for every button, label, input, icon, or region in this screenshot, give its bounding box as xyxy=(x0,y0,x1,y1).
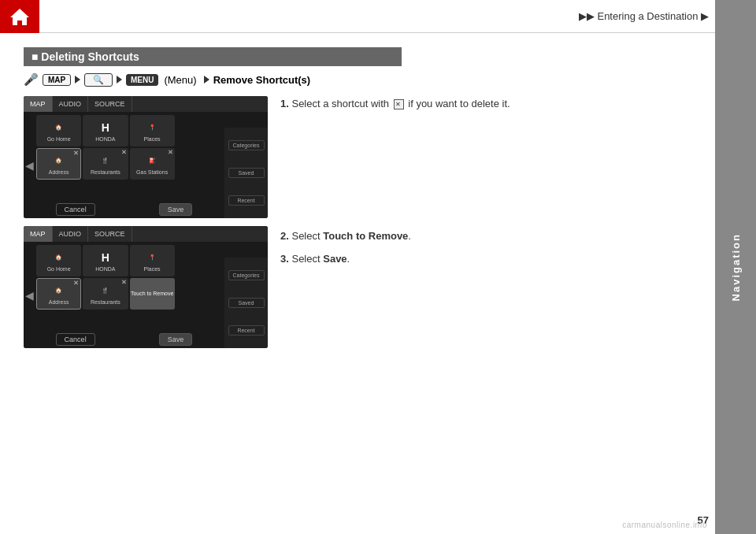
left-arrow-icon: ◀ xyxy=(25,289,34,302)
screen2-item-empty1 xyxy=(176,245,221,276)
screen1-item-restaurants[interactable]: ✕ 🍴 Restaurants xyxy=(83,148,128,180)
home-icon: 🏠 xyxy=(52,121,66,135)
recent-btn[interactable]: Recent xyxy=(228,195,265,206)
cancel-btn-2[interactable]: Cancel xyxy=(56,333,95,346)
step3-end: . xyxy=(347,253,350,265)
step-2: 2. Select Touch to Remove. xyxy=(280,228,691,244)
step2-number: 2. xyxy=(280,230,289,242)
breadcrumb: 🎤 MAP 🔍 MENU (Menu) Remove Shortcut(s) xyxy=(24,72,691,87)
places-icon: 📍 xyxy=(145,250,159,265)
screen2-item-empty2 xyxy=(176,278,221,310)
home-icon: 🏠 xyxy=(52,250,66,265)
step1-text2: if you want to delete it. xyxy=(408,98,510,109)
top-bar: ▶▶ Entering a Destination ▶ xyxy=(0,0,756,33)
step2-text: Select xyxy=(291,230,320,242)
save-btn-2[interactable]: Save xyxy=(159,333,193,346)
delete-x-icon: ✕ xyxy=(73,280,79,287)
step1-text: Select a shortcut with xyxy=(291,98,389,109)
screen2-item-honda[interactable]: H HONDA xyxy=(83,245,128,276)
menu-button[interactable]: MENU xyxy=(126,74,158,86)
left-arrow-icon: ◀ xyxy=(25,159,34,172)
tab-map[interactable]: MAP xyxy=(24,96,53,112)
main-content: Deleting Shortcuts 🎤 MAP 🔍 MENU (Menu) R… xyxy=(0,33,715,534)
sidebar-label: Navigation xyxy=(730,233,742,301)
screen1-item-empty1 xyxy=(176,115,221,146)
menu-label: (Menu) xyxy=(164,74,196,86)
screen2-item-places[interactable]: 📍 Places xyxy=(130,245,175,276)
recent-btn-2[interactable]: Recent xyxy=(228,325,265,336)
screen2-topbar: MAP AUDIO SOURCE xyxy=(24,226,268,242)
honda-icon: H xyxy=(98,250,113,265)
search-button[interactable]: 🔍 xyxy=(84,73,113,87)
watermark: carmanualsonline.info xyxy=(622,521,707,529)
arrow-icon xyxy=(75,76,80,83)
screen2-item-address[interactable]: ✕ 🏠 Address xyxy=(36,278,81,310)
screen1-item-empty2 xyxy=(176,148,221,180)
step3-bold: Save xyxy=(323,253,346,265)
honda-icon: H xyxy=(98,121,113,135)
screen2-right-panel: Categories Saved Recent xyxy=(224,258,268,348)
categories-btn[interactable]: Categories xyxy=(228,140,265,150)
address-icon: 🏠 xyxy=(52,154,66,168)
restaurants-icon: 🍴 xyxy=(98,154,113,168)
screen2-item-restaurants[interactable]: ✕ 🍴 Restaurants xyxy=(83,278,128,310)
delete-x-icon: ✕ xyxy=(121,279,127,286)
screen2-bottom: Cancel Save xyxy=(24,331,224,348)
tab-source[interactable]: SOURCE xyxy=(88,96,132,112)
screen1-item-gohome[interactable]: 🏠 Go Home xyxy=(36,115,81,146)
tab-audio[interactable]: AUDIO xyxy=(53,96,89,112)
action-label: Remove Shortcut(s) xyxy=(213,74,311,86)
screen1-item-gasstations[interactable]: ✕ ⛽ Gas Stations xyxy=(130,148,175,180)
gas-icon: ⛽ xyxy=(145,154,159,168)
checkbox-icon xyxy=(394,99,404,109)
screen1-topbar: MAP AUDIO SOURCE xyxy=(24,96,268,112)
address-icon: 🏠 xyxy=(52,284,66,298)
tab-source-2[interactable]: SOURCE xyxy=(88,226,132,242)
categories-btn-2[interactable]: Categories xyxy=(228,270,265,280)
section-heading: Deleting Shortcuts xyxy=(24,47,402,66)
saved-btn-2[interactable]: Saved xyxy=(228,298,265,308)
instructions-column: 1. Select a shortcut with if you want to… xyxy=(280,96,691,348)
screen1-item-honda[interactable]: H HONDA xyxy=(83,115,128,146)
screen-1: MAP AUDIO SOURCE ◀ 🏠 Go Home H H xyxy=(24,96,268,218)
screen1-right-panel: Categories Saved Recent xyxy=(224,128,268,218)
map-button[interactable]: MAP xyxy=(43,74,71,86)
step-1: 1. Select a shortcut with if you want to… xyxy=(280,96,691,112)
step3-number: 3. xyxy=(280,253,289,265)
screen2-item-gohome[interactable]: 🏠 Go Home xyxy=(36,245,81,276)
delete-x-icon: ✕ xyxy=(121,149,127,156)
step3-text: Select xyxy=(291,253,320,265)
saved-btn[interactable]: Saved xyxy=(228,168,265,178)
arrow-icon xyxy=(204,76,209,83)
right-sidebar: Navigation xyxy=(715,0,756,534)
tab-audio-2[interactable]: AUDIO xyxy=(53,226,89,242)
step1-number: 1. xyxy=(280,98,289,109)
screens-column: MAP AUDIO SOURCE ◀ 🏠 Go Home H H xyxy=(24,96,268,348)
home-icon[interactable] xyxy=(0,0,39,33)
delete-x-icon: ✕ xyxy=(168,149,173,156)
tab-map-2[interactable]: MAP xyxy=(24,226,53,242)
step2-group: 2. Select Touch to Remove. 3. Select Sav… xyxy=(280,228,691,267)
page-title: ▶▶ Entering a Destination ▶ xyxy=(39,10,756,22)
content-area: MAP AUDIO SOURCE ◀ 🏠 Go Home H H xyxy=(24,96,691,348)
screen1-bottom: Cancel Save xyxy=(24,201,224,218)
step2-bold: Touch to Remove xyxy=(323,230,408,242)
delete-x-icon: ✕ xyxy=(73,150,79,157)
restaurants-icon: 🍴 xyxy=(98,284,113,298)
step2-end: . xyxy=(408,230,411,242)
step-3: 3. Select Save. xyxy=(280,251,691,267)
places-icon: 📍 xyxy=(145,121,159,135)
screen1-item-address[interactable]: ✕ 🏠 Address xyxy=(36,148,81,180)
arrow-icon xyxy=(117,76,122,83)
cancel-btn[interactable]: Cancel xyxy=(56,203,95,216)
save-btn[interactable]: Save xyxy=(159,203,193,216)
screen-2: MAP AUDIO SOURCE ◀ 🏠 Go Home H H xyxy=(24,226,268,348)
mic-icon: 🎤 xyxy=(24,72,39,87)
screen2-item-touch-remove[interactable]: Touch to Remove xyxy=(130,278,175,310)
screen1-item-places[interactable]: 📍 Places xyxy=(130,115,175,146)
